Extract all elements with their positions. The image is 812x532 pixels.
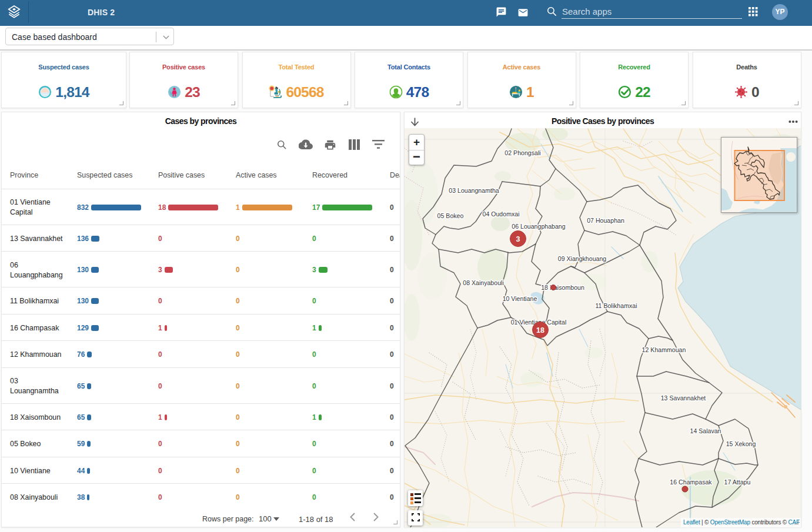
svg-text:05 Bokeo: 05 Bokeo — [437, 212, 464, 219]
svg-text:06 Louangphabang: 06 Louangphabang — [512, 223, 565, 230]
svg-text:04 Oudomxai: 04 Oudomxai — [482, 210, 519, 218]
svg-text:15 Xekong: 15 Xekong — [726, 440, 756, 447]
svg-text:07 Houaphan: 07 Houaphan — [587, 217, 624, 224]
svg-text:03 Louangnamtha: 03 Louangnamtha — [449, 187, 499, 194]
svg-text:16 Champasak: 16 Champasak — [670, 479, 712, 486]
svg-text:08 Xainyabouli: 08 Xainyabouli — [463, 279, 504, 286]
svg-text:02 Phongsali: 02 Phongsali — [504, 149, 540, 156]
svg-text:18: 18 — [536, 326, 544, 334]
svg-text:17 Attapu: 17 Attapu — [724, 479, 751, 486]
svg-text:12 Khammouan: 12 Khammouan — [642, 346, 686, 353]
svg-text:18 Xaisomboun: 18 Xaisomboun — [541, 284, 584, 291]
svg-text:09 Xiangkhouang: 09 Xiangkhouang — [558, 255, 607, 262]
svg-text:14 Salavan: 14 Salavan — [690, 427, 721, 434]
svg-text:11 Bolikhamxai: 11 Bolikhamxai — [595, 302, 637, 309]
svg-text:13 Savannakhet: 13 Savannakhet — [661, 394, 706, 401]
svg-text:3: 3 — [516, 235, 520, 243]
svg-text:10 Vientiane: 10 Vientiane — [503, 295, 537, 302]
